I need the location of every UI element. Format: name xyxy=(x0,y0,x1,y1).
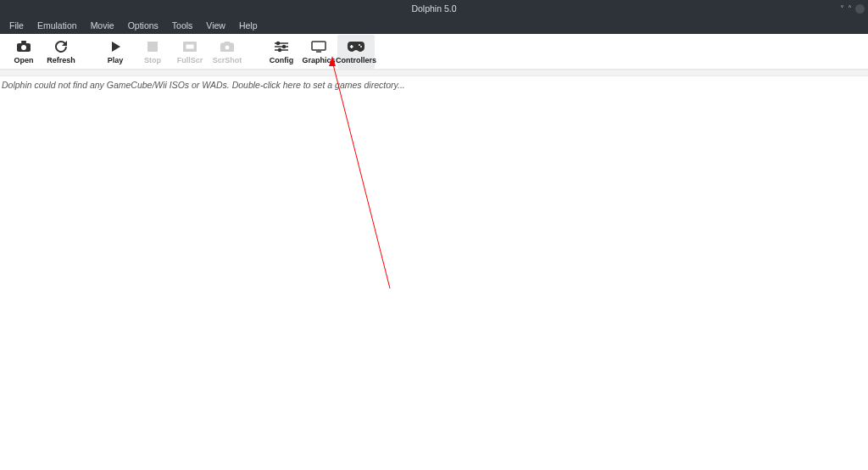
minimize-icon[interactable]: ˅ xyxy=(840,4,844,14)
separator-strip xyxy=(0,70,868,76)
svg-point-14 xyxy=(279,48,281,51)
window-title: Dolphin 5.0 xyxy=(411,3,456,14)
window-controls: ˅ ˄ xyxy=(840,4,865,14)
scrshot-button: ScrShot xyxy=(209,35,246,69)
menu-view[interactable]: View xyxy=(200,19,231,32)
stop-button: Stop xyxy=(134,35,171,69)
controllers-label: Controllers xyxy=(336,56,376,64)
screenshot-icon xyxy=(220,39,234,54)
menu-emulation[interactable]: Emulation xyxy=(31,19,83,32)
monitor-icon xyxy=(311,39,326,54)
stop-label: Stop xyxy=(144,56,161,64)
config-label: Config xyxy=(270,56,294,64)
svg-line-21 xyxy=(332,61,390,288)
play-button[interactable]: Play xyxy=(97,35,134,69)
play-label: Play xyxy=(108,56,124,64)
play-icon xyxy=(109,39,121,54)
window-titlebar: Dolphin 5.0 ˅ ˄ xyxy=(0,0,868,17)
main-toolbar: Open Refresh Play Stop FullScr ScrShot xyxy=(0,34,868,70)
menu-file[interactable]: File xyxy=(3,19,30,32)
open-button[interactable]: Open xyxy=(5,35,42,69)
svg-rect-20 xyxy=(350,46,353,48)
svg-point-13 xyxy=(283,45,286,48)
menu-help[interactable]: Help xyxy=(233,19,264,32)
svg-rect-3 xyxy=(147,42,158,52)
controllers-button[interactable]: Controllers xyxy=(337,35,375,69)
menu-tools[interactable]: Tools xyxy=(166,19,199,32)
svg-rect-8 xyxy=(225,42,230,44)
svg-point-7 xyxy=(225,45,230,50)
scrshot-label: ScrShot xyxy=(213,56,242,64)
config-button[interactable]: Config xyxy=(263,35,300,69)
gamepad-icon xyxy=(348,39,364,54)
open-label: Open xyxy=(14,56,33,64)
refresh-icon xyxy=(54,39,68,54)
fullscr-label: FullScr xyxy=(177,56,203,64)
svg-rect-1 xyxy=(21,41,26,43)
menubar: File Emulation Movie Options Tools View … xyxy=(0,17,868,34)
stop-icon xyxy=(147,39,158,54)
svg-point-18 xyxy=(360,46,362,48)
refresh-button[interactable]: Refresh xyxy=(42,35,80,69)
fullscreen-icon xyxy=(183,39,197,54)
maximize-icon[interactable]: ˄ xyxy=(848,4,852,14)
svg-point-2 xyxy=(21,45,26,50)
svg-rect-5 xyxy=(186,44,194,49)
camera-icon xyxy=(16,39,31,54)
menu-movie[interactable]: Movie xyxy=(85,19,120,32)
empty-game-list-message[interactable]: Dolphin could not find any GameCube/Wii … xyxy=(0,76,868,90)
svg-point-12 xyxy=(277,42,280,44)
refresh-label: Refresh xyxy=(47,56,75,64)
fullscr-button: FullScr xyxy=(171,35,209,69)
close-icon[interactable] xyxy=(855,4,865,14)
menu-options[interactable]: Options xyxy=(122,19,164,32)
graphics-label: Graphics xyxy=(302,56,335,64)
graphics-button[interactable]: Graphics xyxy=(300,35,337,69)
sliders-icon xyxy=(275,39,288,54)
svg-point-17 xyxy=(359,44,360,46)
svg-rect-15 xyxy=(312,42,326,50)
